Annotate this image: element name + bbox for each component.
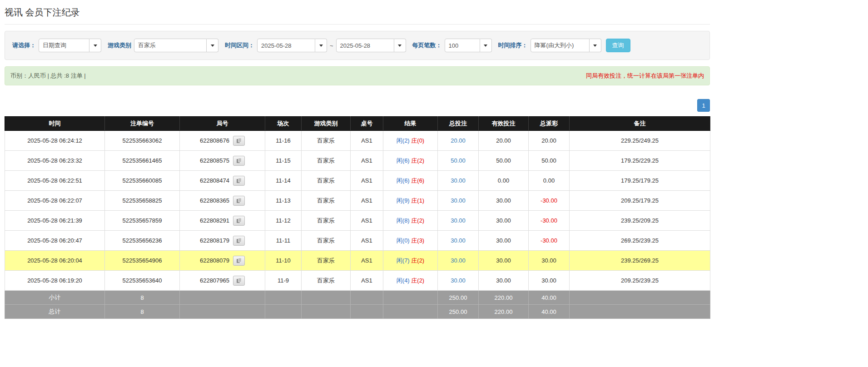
cell-note: 209.25/239.25 [570,271,710,291]
result-player: 闲(7) [397,257,410,264]
round-replay-button[interactable] [233,156,245,166]
result-player: 闲(2) [397,137,410,144]
header-note: 备注 [570,117,710,131]
round-replay-button[interactable] [233,176,245,186]
cell-table-no: AS1 [351,151,383,171]
sort-select[interactable] [531,39,601,52]
table-footer: 小计 8 250.00 220.00 40.00 总计 8 250.00 220… [5,291,710,319]
cell-table-no: AS1 [351,191,383,211]
cell-time: 2025-05-28 06:22:07 [5,191,105,211]
sort-input[interactable] [531,39,590,52]
page-size-caret-button[interactable] [480,39,492,52]
search-button[interactable]: 查询 [606,39,630,52]
cell-game: 百家乐 [302,171,351,191]
date-from-select[interactable] [257,39,327,52]
caret-down-icon [484,45,487,47]
cell-session: 11-13 [265,191,302,211]
round-no-text: 622808575 [200,157,229,164]
cell-table-no: AS1 [351,211,383,231]
cell-time: 2025-05-28 06:21:39 [5,211,105,231]
header-valid-bet: 有效投注 [479,117,529,131]
date-from-caret-button[interactable] [315,39,327,52]
total-label: 总计 [5,305,105,319]
game-type-label: 游戏类别 [108,41,131,50]
cell-result: 闲(7) 庄(2) [383,251,438,271]
date-to-select[interactable] [336,39,406,52]
total-bet-link[interactable]: 30.00 [451,277,466,284]
round-replay-button[interactable] [233,216,245,226]
sort-caret-button[interactable] [590,39,601,52]
cell-total-bet: 30.00 [438,251,479,271]
round-replay-button[interactable] [233,236,245,246]
cell-bet-id: 522535656236 [105,231,180,251]
round-replay-button[interactable] [233,276,245,286]
page-title: 视讯 会员下注纪录 [5,0,710,25]
round-replay-button[interactable] [233,196,245,206]
cell-payout: 30.00 [529,251,570,271]
cell-time: 2025-05-28 06:20:04 [5,251,105,271]
result-banker: 庄(2) [411,217,424,224]
result-banker: 庄(6) [411,177,424,184]
round-no-text: 622808291 [200,217,229,224]
round-no-text: 622807965 [200,277,229,284]
cell-game: 百家乐 [302,251,351,271]
cell-session: 11-11 [265,231,302,251]
result-player: 闲(0) [397,237,410,244]
game-type-input[interactable] [134,39,207,52]
cards-replay-icon [236,178,242,184]
date-from-input[interactable] [257,39,315,52]
cell-bet-id: 522535654906 [105,251,180,271]
total-bet-link[interactable]: 30.00 [451,257,466,264]
total-bet-link[interactable]: 30.00 [451,237,466,244]
header-game-type: 游戏类别 [302,117,351,131]
page-size-select[interactable] [445,39,492,52]
cell-note: 209.25/179.25 [570,191,710,211]
pagination-page-1-button[interactable]: 1 [697,99,710,112]
total-bet-link[interactable]: 30.00 [451,217,466,224]
total-bet-link[interactable]: 50.00 [451,157,466,164]
cell-table-no: AS1 [351,131,383,151]
result-player: 闲(8) [397,217,410,224]
total-bet-link[interactable]: 30.00 [451,197,466,204]
cell-total-bet: 30.00 [438,171,479,191]
filter-bar: 请选择： 游戏类别 时间区间： ~ 每页笔数： 时间排序： [5,31,710,60]
cell-note: 239.25/209.25 [570,211,710,231]
cell-payout: -30.00 [529,191,570,211]
cell-round-no: 622808474 [180,171,265,191]
total-count: 8 [105,305,180,319]
cell-game: 百家乐 [302,211,351,231]
round-replay-button[interactable] [233,136,245,146]
query-type-caret-button[interactable] [89,39,101,52]
total-bet-link[interactable]: 20.00 [451,137,466,144]
bet-records-table: 时间 注单编号 局号 场次 游戏类别 桌号 结果 总投注 有效投注 总派彩 备注… [5,116,710,319]
total-bet-link[interactable]: 30.00 [451,177,466,184]
cell-note: 239.25/269.25 [570,251,710,271]
query-type-select[interactable] [39,39,101,52]
cell-note: 229.25/249.25 [570,131,710,151]
result-banker: 庄(3) [411,237,424,244]
date-to-caret-button[interactable] [394,39,406,52]
cell-table-no: AS1 [351,271,383,291]
subtotal-total-bet: 250.00 [438,291,479,305]
subtotal-row: 小计 8 250.00 220.00 40.00 [5,291,710,305]
round-replay-button[interactable] [233,256,245,266]
date-to-input[interactable] [336,39,394,52]
cell-time: 2025-05-28 06:24:12 [5,131,105,151]
header-session: 场次 [265,117,302,131]
cell-valid-bet: 20.00 [479,131,529,151]
cell-bet-id: 522535653640 [105,271,180,291]
query-type-input[interactable] [39,39,89,52]
subtotal-payout: 40.00 [529,291,570,305]
table-row: 2025-05-28 06:24:12 522535663062 6228086… [5,131,710,151]
cards-replay-icon [236,198,242,203]
game-type-select[interactable] [134,39,218,52]
game-type-caret-button[interactable] [207,39,218,52]
page-size-input[interactable] [445,39,480,52]
cell-result: 闲(2) 庄(0) [383,131,438,151]
cell-bet-id: 522535661465 [105,151,180,171]
cell-note: 269.25/239.25 [570,231,710,251]
same-round-notice-text: 同局有效投注，统一计算在该局第一张注单内 [586,72,704,80]
page-size-label: 每页笔数： [412,41,442,50]
result-banker: 庄(0) [411,137,424,144]
header-payout: 总派彩 [529,117,570,131]
